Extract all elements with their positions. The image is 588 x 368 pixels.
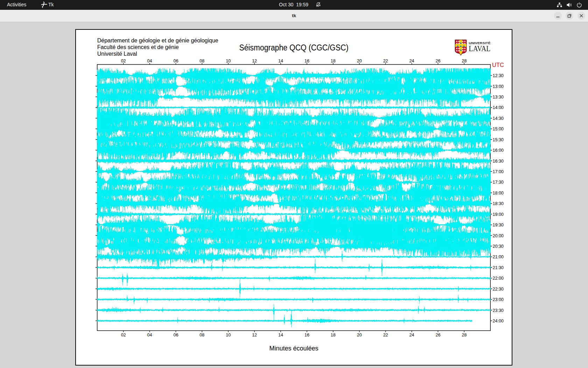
svg-text:10: 10 <box>226 59 231 63</box>
svg-text:22: 22 <box>383 59 388 63</box>
svg-text:06: 06 <box>173 59 178 63</box>
svg-text:19:30: 19:30 <box>493 223 504 227</box>
svg-text:16: 16 <box>304 333 309 338</box>
svg-text:08: 08 <box>200 333 204 338</box>
svg-text:23:00: 23:00 <box>493 297 504 302</box>
svg-text:15:30: 15:30 <box>493 137 504 142</box>
svg-text:21:00: 21:00 <box>493 254 504 259</box>
svg-text:13:30: 13:30 <box>493 95 504 100</box>
svg-text:24: 24 <box>410 333 414 338</box>
svg-text:16: 16 <box>304 59 309 63</box>
svg-text:15:00: 15:00 <box>493 127 504 131</box>
svg-text:24: 24 <box>410 59 414 63</box>
svg-text:28: 28 <box>462 59 467 63</box>
svg-text:23:30: 23:30 <box>493 308 504 313</box>
svg-text:16:00: 16:00 <box>493 148 504 153</box>
svg-text:Faculté des sciences et de gén: Faculté des sciences et de génie <box>97 44 179 50</box>
svg-text:17:30: 17:30 <box>493 180 504 185</box>
svg-text:UTC: UTC <box>492 62 504 68</box>
svg-text:18:30: 18:30 <box>493 201 504 206</box>
svg-text:18: 18 <box>331 59 336 63</box>
svg-text:10: 10 <box>226 333 231 338</box>
svg-text:13:00: 13:00 <box>493 84 504 89</box>
svg-text:26: 26 <box>435 59 440 63</box>
svg-text:28: 28 <box>462 333 467 338</box>
svg-text:22:00: 22:00 <box>493 276 504 281</box>
svg-text:14: 14 <box>278 333 283 338</box>
svg-text:20:00: 20:00 <box>493 233 504 238</box>
svg-text:14: 14 <box>278 59 283 63</box>
svg-text:18: 18 <box>331 333 336 338</box>
svg-text:14:00: 14:00 <box>493 105 504 110</box>
svg-text:08: 08 <box>200 59 204 63</box>
svg-text:20: 20 <box>357 333 362 338</box>
svg-text:19:00: 19:00 <box>493 212 504 217</box>
svg-text:22:30: 22:30 <box>493 287 504 292</box>
svg-text:Université Laval: Université Laval <box>97 51 137 57</box>
svg-text:Minutes écoulées: Minutes écoulées <box>269 345 318 352</box>
svg-text:20:30: 20:30 <box>493 244 504 249</box>
svg-text:Département de géologie et de: Département de géologie et de génie géol… <box>97 38 218 43</box>
svg-text:12: 12 <box>252 59 257 63</box>
svg-text:06: 06 <box>173 333 178 338</box>
svg-text:26: 26 <box>435 333 440 338</box>
svg-text:12:30: 12:30 <box>493 73 504 78</box>
svg-text:LAVAL: LAVAL <box>469 44 490 53</box>
svg-text:04: 04 <box>147 333 152 338</box>
svg-text:14:30: 14:30 <box>493 116 504 121</box>
svg-text:21:30: 21:30 <box>493 265 504 270</box>
svg-text:17:00: 17:00 <box>493 169 504 174</box>
svg-text:Séismographe QCQ (CGC/GSC): Séismographe QCQ (CGC/GSC) <box>239 43 349 52</box>
svg-text:12: 12 <box>252 333 257 338</box>
svg-text:02: 02 <box>121 59 126 63</box>
svg-text:02: 02 <box>121 333 126 338</box>
svg-text:18:00: 18:00 <box>493 191 504 196</box>
svg-text:20: 20 <box>357 59 362 63</box>
svg-text:22: 22 <box>383 333 388 338</box>
svg-text:04: 04 <box>147 59 152 63</box>
svg-text:16:30: 16:30 <box>493 159 504 164</box>
svg-text:24:00: 24:00 <box>493 319 504 323</box>
